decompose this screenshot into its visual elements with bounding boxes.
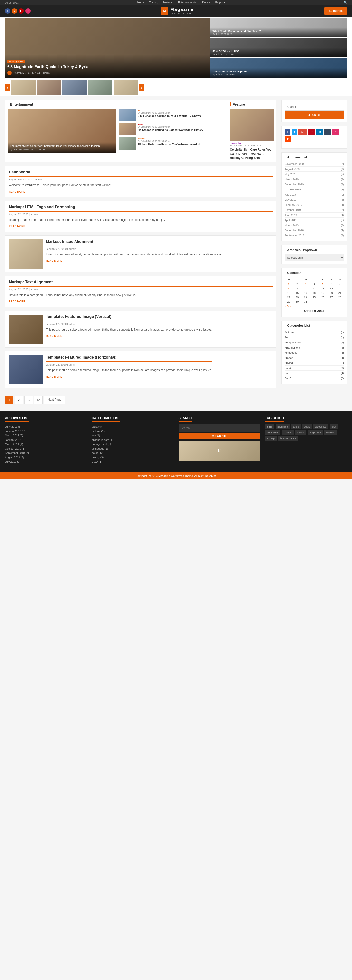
archive-item-12[interactable]: April 2019(1) (285, 218, 344, 223)
cal-day[interactable]: 13 (327, 286, 336, 291)
cat-item-2[interactable]: Sub(1) (285, 335, 344, 340)
hero-side-item-1[interactable]: What Could Ronaldo Lead Star Team? By Ju… (210, 18, 347, 37)
page-2-button[interactable]: 2 (14, 396, 23, 404)
nav-pages[interactable]: Pages ▾ (215, 1, 225, 4)
footer-archive-5[interactable]: March 2011 (1) (5, 442, 87, 446)
footer-archive-1[interactable]: June 2019 (5) (5, 425, 87, 429)
strip-prev-button[interactable]: ‹ (5, 84, 10, 91)
thumb-item-4[interactable] (88, 80, 112, 95)
cal-day[interactable]: 22 (285, 295, 293, 299)
post-title-4[interactable]: Markup: Text Alignment (9, 280, 273, 287)
page-12-button[interactable]: 12 (34, 396, 43, 404)
archive-item-8[interactable]: May 2019(3) (285, 197, 344, 202)
cal-day[interactable]: 1 (285, 282, 293, 286)
cal-day[interactable]: 20 (327, 291, 336, 295)
post-title-2[interactable]: Markup: HTML Tags and Formatting (9, 205, 273, 212)
cal-day[interactable]: 28 (336, 295, 344, 299)
post-title-6[interactable]: Template: Featured Image (Horizontal) (46, 355, 212, 362)
facebook-icon[interactable]: f (5, 8, 10, 14)
hero-main-article[interactable]: Breaking News 6.3 Magnitude Earth Quake … (5, 18, 210, 78)
archives-dropdown-select[interactable]: Select Month November 2020 August 2020 M… (285, 254, 344, 261)
footer-cat-7[interactable]: border (2) (91, 451, 173, 455)
instagram-icon[interactable]: ♦ (26, 8, 31, 14)
archive-item-2[interactable]: August 2020(3) (285, 167, 344, 172)
ent-item-2[interactable]: News By John MD | 06-05-2023 | 9 Min Hol… (119, 123, 228, 135)
cal-day[interactable]: 9 (293, 286, 302, 291)
cat-item-4[interactable]: Arrangement(6) (285, 345, 344, 350)
follow-reddit[interactable]: ▶ (285, 136, 291, 142)
twitter-icon[interactable]: t (12, 8, 17, 14)
archive-item-13[interactable]: March 2019(3) (285, 223, 344, 228)
cal-day[interactable]: 12 (318, 286, 327, 291)
ent-item-1[interactable]: TV By John MD | 06-05-2023 | 1 Min 5 big… (119, 109, 228, 121)
cal-day[interactable]: 10 (302, 286, 310, 291)
footer-archive-8[interactable]: August 2010 (3) (5, 455, 87, 460)
cal-day[interactable]: 21 (336, 291, 344, 295)
read-more-4[interactable]: READ MORE (9, 300, 25, 303)
cal-day[interactable]: 8 (285, 286, 293, 291)
follow-tw[interactable]: t (291, 129, 298, 135)
cat-item-7[interactable]: Buying(1) (285, 361, 344, 366)
read-more-6[interactable]: READ MORE (46, 375, 62, 378)
entertainment-featured[interactable]: The most stylish celebrities' Instagram … (8, 109, 117, 153)
footer-cat-2[interactable]: aciform (1) (91, 429, 173, 433)
read-more-3[interactable]: READ MORE (46, 259, 62, 262)
page-1-button[interactable]: 1 (5, 396, 13, 404)
footer-cat-3[interactable]: sub (1) (91, 433, 173, 438)
archive-item-6[interactable]: October 2019(4) (285, 187, 344, 192)
cal-day[interactable]: 16 (293, 291, 302, 295)
cal-day[interactable]: 14 (336, 286, 344, 291)
cal-day[interactable]: 18 (310, 291, 318, 295)
footer-cat-8[interactable]: buying (3) (91, 455, 173, 460)
nav-entertainments[interactable]: Entertainments (178, 1, 196, 4)
cal-day[interactable]: 24 (302, 295, 310, 299)
feature-image[interactable] (230, 109, 274, 141)
nav-featured[interactable]: Featured (163, 1, 173, 4)
archive-item-10[interactable]: October 2019(2) (285, 207, 344, 213)
follow-tu[interactable]: T (325, 129, 331, 135)
tag-alignment[interactable]: alignment (275, 425, 290, 429)
footer-cat-9[interactable]: Cat A (1) (91, 460, 173, 464)
cal-day[interactable]: 30 (293, 299, 302, 304)
cal-day[interactable]: 15 (285, 291, 293, 295)
footer-cat-6[interactable]: asmodeus (1) (91, 446, 173, 451)
cal-day[interactable]: 6 (327, 282, 336, 286)
cal-day[interactable]: 27 (327, 295, 336, 299)
tag-edge-case[interactable]: edge case (308, 430, 323, 435)
tag-dowork[interactable]: dowork (295, 430, 306, 435)
cat-item-3[interactable]: Antiquarianism(5) (285, 340, 344, 345)
cal-day[interactable]: 17 (302, 291, 310, 295)
follow-fb[interactable]: f (285, 129, 290, 135)
cal-day[interactable]: 5 (318, 282, 327, 286)
ent-item-3[interactable]: Movies By John MD | 06-05-2023 | 65 Min … (119, 137, 228, 150)
follow-li[interactable]: in (316, 129, 323, 135)
post-title-3[interactable]: Markup: Image Alignment (46, 239, 222, 246)
cat-item-6[interactable]: Broder(4) (285, 355, 344, 361)
nav-treding[interactable]: Treding (149, 1, 158, 4)
sidebar-search-input[interactable] (285, 103, 344, 111)
cal-day[interactable]: 31 (302, 299, 310, 304)
footer-search-input[interactable] (179, 425, 261, 432)
next-page-button[interactable]: Next Page (44, 396, 65, 404)
footer-cat-1[interactable]: aaaa (4) (91, 425, 173, 429)
strip-next-button[interactable]: › (139, 84, 144, 91)
read-more-5[interactable]: READ MORE (46, 334, 62, 337)
tag-chat[interactable]: chat (330, 425, 338, 429)
cal-day[interactable]: 19 (318, 291, 327, 295)
thumb-item-5[interactable] (114, 80, 138, 95)
cat-item-10[interactable]: Cat C(2) (285, 376, 344, 381)
tag-embeds[interactable]: embeds (324, 430, 337, 435)
follow-gp[interactable]: G+ (298, 129, 307, 135)
tag-aside[interactable]: aside (291, 425, 301, 429)
archive-item-7[interactable]: July 2019(1) (285, 192, 344, 197)
footer-archive-3[interactable]: March 2012 (5) (5, 433, 87, 438)
cal-day[interactable]: 7 (336, 282, 344, 286)
post-title-1[interactable]: Hello World! (9, 170, 273, 177)
footer-archive-7[interactable]: September 2010 (2) (5, 451, 87, 455)
follow-ig[interactable]: ♫ (332, 129, 339, 135)
footer-archive-6[interactable]: October 2010 (1) (5, 446, 87, 451)
cal-day[interactable]: 29 (285, 299, 293, 304)
cal-day[interactable]: 25 (310, 295, 318, 299)
thumb-item-3[interactable] (62, 80, 87, 95)
thumb-item-1[interactable] (11, 80, 35, 95)
